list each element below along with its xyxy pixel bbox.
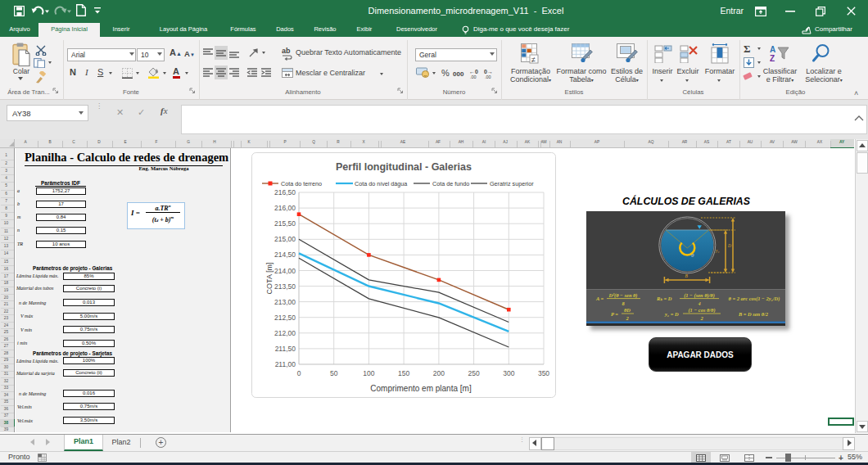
svg-text:150: 150 (398, 369, 409, 377)
svg-text:213,50: 213,50 (274, 282, 296, 291)
svg-text:D²(θ − sen θ): D²(θ − sen θ) (608, 292, 638, 299)
svg-text:Geratriz superior: Geratriz superior (490, 180, 534, 187)
svg-text:y₀ = D: y₀ = D (664, 311, 679, 317)
svg-text:A: A (770, 45, 775, 54)
svg-text:(1 − (sen θ)/θ): (1 − (sen θ)/θ) (684, 292, 715, 299)
svg-text:211,00: 211,00 (275, 360, 296, 368)
svg-text:Cota de fundo: Cota de fundo (432, 180, 469, 187)
svg-text:.00: .00 (485, 74, 491, 79)
svg-text:Rₖ = D: Rₖ = D (656, 296, 672, 301)
svg-text:θ: θ (691, 252, 694, 259)
svg-text:4: 4 (697, 300, 700, 306)
svg-text:Cota do nível dágua: Cota do nível dágua (355, 180, 407, 187)
svg-text:212,00: 212,00 (274, 329, 296, 337)
svg-text:.00: .00 (470, 74, 477, 79)
svg-text:212,50: 212,50 (274, 314, 296, 322)
svg-text:Cota do terreno: Cota do terreno (281, 180, 322, 187)
svg-text:250: 250 (468, 369, 480, 377)
svg-text:211,50: 211,50 (275, 345, 296, 353)
svg-text:θD: θD (624, 307, 631, 313)
svg-text:≠: ≠ (531, 56, 536, 64)
svg-text:215,50: 215,50 (274, 219, 296, 228)
svg-text:214,00: 214,00 (274, 267, 296, 275)
svg-text:(1 − cos θ/θ): (1 − cos θ/θ) (688, 307, 715, 314)
svg-text:214,50: 214,50 (274, 251, 296, 259)
svg-text:B = D sen θ/2: B = D sen θ/2 (738, 311, 769, 317)
svg-text:P =: P = (611, 311, 618, 317)
svg-text:D: D (727, 243, 731, 248)
svg-text:Perfil longitudinal - Galerias: Perfil longitudinal - Galerias (336, 161, 472, 173)
svg-text:A =: A = (595, 296, 604, 301)
svg-text:Z: Z (770, 54, 775, 63)
svg-text:300: 300 (503, 369, 514, 377)
svg-text:216,00: 216,00 (274, 204, 296, 212)
svg-text:350: 350 (538, 369, 549, 377)
svg-text:y₀: y₀ (715, 248, 719, 253)
svg-text:216,50: 216,50 (274, 188, 296, 196)
svg-text:100: 100 (363, 369, 374, 377)
svg-text:213,00: 213,00 (274, 298, 296, 306)
svg-text:COTA [m]: COTA [m] (265, 263, 274, 295)
svg-text:Comprimento em planta [m]: Comprimento em planta [m] (370, 384, 472, 393)
svg-text:215,00: 215,00 (274, 235, 296, 243)
svg-text:θ = 2 arc cos(1 − 2y₀/D): θ = 2 arc cos(1 − 2y₀/D) (729, 296, 780, 302)
svg-text:200: 200 (433, 369, 445, 377)
svg-text:0: 0 (297, 369, 301, 377)
svg-text:50: 50 (330, 369, 338, 377)
